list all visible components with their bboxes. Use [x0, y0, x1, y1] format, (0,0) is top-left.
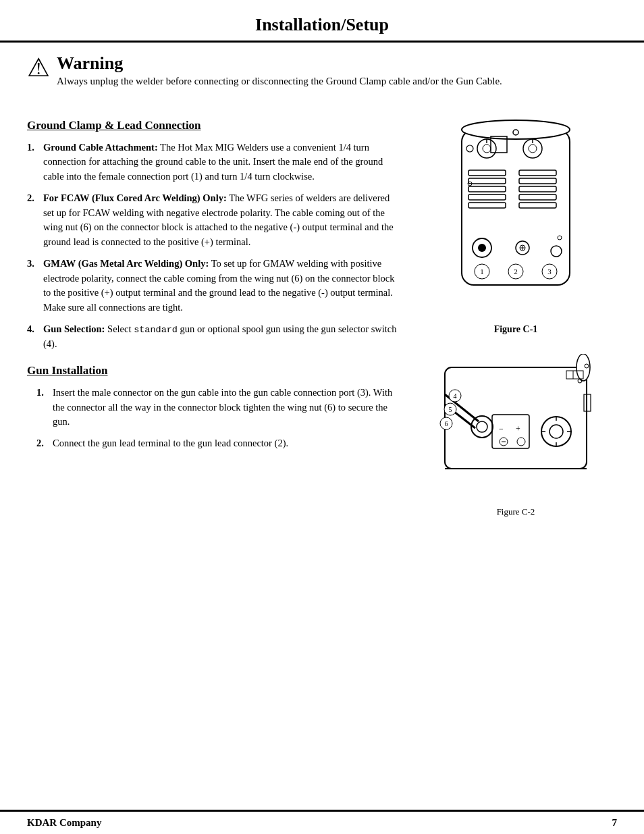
list-item: 3. GMAW (Gas Metal Arc Welding) Only: To… [27, 257, 401, 315]
svg-text:+: + [516, 424, 520, 434]
page-footer: KDAR Company 7 [0, 810, 644, 834]
main-content: Ground Clamp & Lead Connection 1. Ground… [0, 104, 644, 810]
warning-text: Always unplug the welder before connecti… [57, 74, 502, 89]
svg-text:3: 3 [547, 267, 552, 276]
figure-c1-svg: 1 2 3 [431, 116, 600, 319]
svg-point-23 [478, 244, 486, 252]
list-content: GMAW (Gas Metal Arc Welding) Only: To se… [43, 257, 401, 315]
list-content: Insert the male connector on the gun cab… [53, 386, 401, 429]
gun-installation-heading: Gun Installation [27, 364, 401, 377]
list-content: For FCAW (Flux Cored Arc Welding) Only: … [43, 191, 401, 250]
warning-label: Warning [57, 53, 123, 74]
mono-text: standard [134, 325, 178, 335]
gun-installation-list: 1. Insert the male connector on the gun … [36, 386, 401, 451]
page: Installation/Setup ⚠ Warning Always unpl… [0, 0, 644, 834]
warning-icon: ⚠ [27, 55, 50, 80]
ground-clamp-list: 1. Ground Cable Attachment: The Hot Max … [27, 140, 401, 352]
list-bold: GMAW (Gas Metal Arc Welding) Only: [43, 258, 209, 269]
figure-c2-label: Figure C-2 [497, 506, 535, 517]
figure-c1-label: Figure C-1 [494, 324, 538, 335]
list-item: 2. For FCAW (Flux Cored Arc Welding) Onl… [27, 191, 401, 250]
list-bold: Gun Selection: [43, 323, 105, 334]
svg-text:−: − [499, 424, 504, 434]
list-content: Ground Cable Attachment: The Hot Max MIG… [43, 140, 401, 184]
list-number: 2. [27, 191, 39, 250]
list-item: 2. Connect the gun lead terminal to the … [36, 436, 401, 451]
list-bold: Ground Cable Attachment: [43, 142, 158, 153]
list-number: 1. [27, 140, 39, 184]
figure-c1-wrap: 1 2 3 Figure C-1 [431, 116, 600, 335]
list-bold: For FCAW (Flux Cored Arc Welding) Only: [43, 192, 227, 203]
right-column: 1 2 3 Figure C-1 [414, 116, 617, 804]
list-item: 1. Ground Cable Attachment: The Hot Max … [27, 140, 401, 184]
svg-text:2: 2 [514, 267, 518, 276]
ground-clamp-heading: Ground Clamp & Lead Connection [27, 119, 401, 132]
page-title: Installation/Setup [27, 15, 617, 35]
page-header: Installation/Setup [0, 0, 644, 43]
list-content: Gun Selection: Select standard gun or op… [43, 322, 401, 352]
list-number: 2. [36, 436, 47, 451]
footer-page-number: 7 [612, 817, 618, 829]
warning-box: ⚠ Warning Always unplug the welder befor… [27, 53, 617, 89]
list-number: 4. [27, 322, 39, 352]
list-item: 4. Gun Selection: Select standard gun or… [27, 322, 401, 352]
svg-rect-36 [445, 367, 587, 469]
list-number: 1. [36, 386, 47, 429]
left-column: Ground Clamp & Lead Connection 1. Ground… [27, 116, 401, 804]
figure-c2-svg: − + [431, 354, 600, 502]
list-content: Connect the gun lead terminal to the gun… [53, 436, 288, 451]
list-number: 3. [27, 257, 39, 315]
figure-c2-wrap: − + [431, 354, 600, 517]
svg-text:4: 4 [454, 392, 457, 400]
footer-company: KDAR Company [27, 817, 101, 829]
list-item: 1. Insert the male connector on the gun … [36, 386, 401, 429]
svg-text:6: 6 [445, 420, 448, 427]
svg-text:5: 5 [449, 406, 452, 413]
svg-text:1: 1 [480, 267, 484, 276]
